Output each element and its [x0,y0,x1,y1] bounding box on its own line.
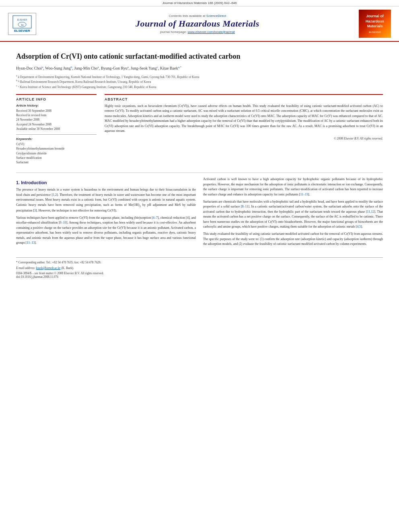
elsevier-logo: ELSEVIER  ELSEVIER [8,13,36,35]
contents-label: Contents lists available at [169,14,206,18]
sciencedirect-link[interactable]: ScienceDirect [206,14,226,18]
journal-header: ELSEVIER  ELSEVIER Contents lists avail… [0,6,399,42]
keyword-3: Cetylpyridinium chloride [16,151,97,156]
doi-line: doi:10.1016/j.jhazmat.2008.11.076 [16,275,383,279]
abstract-panel: ABSTRACT Highly toxic oxyanions, such as… [105,94,383,168]
keywords-label: Keywords: [16,137,97,141]
svg-text::  [21,24,23,26]
keyword-2: Hexadecyltrimethylammonium bromide [16,146,97,151]
accepted-date: Accepted 24 November 2008 [16,122,97,127]
homepage-label: journal homepage: [160,30,187,34]
keyword-5: Surfactant [16,160,97,164]
copyright-line: © 2008 Elsevier B.V. All rights reserved… [105,137,383,140]
affiliation-b: b ᵇ Railroad Environment Research Depart… [16,79,383,84]
homepage-link[interactable]: www.elsevier.com/locate/jhazmat [188,30,235,34]
corresponding-note: * Corresponding author. Tel.: +82 54 478… [16,260,383,265]
intro-section-title: 1. Introduction [16,180,196,185]
journal-citation: Journal of Hazardous Materials 166 (2009… [162,1,237,5]
received-date: Received 30 September 2008 [16,109,97,113]
main-content: Adsorption of Cr(VI) onto cationic surfa… [0,42,399,285]
abstract-text: Highly toxic oxyanions, such as hexavale… [105,104,383,134]
issn-line: 0304-3894/$ – see front matter © 2008 El… [16,271,383,275]
body-two-col: 1. Introduction The presence of heavy me… [16,177,383,249]
available-date: Available online 30 November 2008 [16,127,97,131]
journal-title: Journal of Hazardous Materials [36,18,359,29]
body-divider [16,173,383,173]
received-revised-date: 24 November 2008 [16,117,97,122]
affiliation-c: c ᶜ Korea Institute of Science and Techn… [16,84,383,89]
history-label: Article history: [16,104,97,107]
info-divider [16,134,97,135]
header-left: ELSEVIER  ELSEVIER [8,13,36,35]
intro-para-2: Various techniques have been applied to … [16,216,196,245]
affiliations: a à Department of Environment Engineerin… [16,74,383,89]
journal-cover-image: Journal of Hazardous Materials ELSEVIER [359,10,391,38]
info-abstract-section: ARTICLE INFO Article history: Received 3… [16,94,383,168]
elsevier-wordmark: ELSEVIER [14,29,30,33]
keyword-4: Surface-modification [16,156,97,160]
right-para-2: Surfactants are chemicals that have mole… [203,199,383,229]
right-para-1: Activated carbon is well known to have a… [203,177,383,197]
authors-line: Hyun-Doc Choia, Woo-Sung Jungb, Jung-Min… [16,65,383,71]
article-title: Adsorption of Cr(VI) onto cationic surfa… [16,52,383,61]
journal-citation-bar: Journal of Hazardous Materials 166 (2009… [0,0,399,6]
received-revised-label: Received in revised form [16,113,97,117]
right-para-3: This study evaluated the feasibility of … [203,232,383,246]
svg-rect-0 [13,16,31,28]
journal-homepage: journal homepage: www.elsevier.com/locat… [36,30,359,34]
article-history: Article history: Received 30 September 2… [16,104,97,131]
header-center: Contents lists available at ScienceDirec… [36,14,359,34]
email-link[interactable]: ktaek@kumoh.ac.kr [36,266,61,270]
keywords-section: Keywords: Cr(VI) Hexadecyltrimethylammon… [16,137,97,164]
abstract-title: ABSTRACT [105,97,383,101]
affiliation-a: a à Department of Environment Engineerin… [16,74,383,79]
email-line: E-mail address: ktaek@kumoh.ac.kr (K. Ba… [16,266,383,270]
keyword-1: Cr(VI) [16,142,97,146]
left-column: 1. Introduction The presence of heavy me… [16,177,196,249]
contents-line: Contents lists available at ScienceDirec… [36,14,359,18]
intro-para-1: The presence of heavy metals in a water … [16,187,196,213]
article-info-title: ARTICLE INFO [16,97,97,101]
article-info-panel: ARTICLE INFO Article history: Received 3… [16,94,97,168]
footer-area: * Corresponding author. Tel.: +82 54 478… [16,257,383,279]
right-column: Activated carbon is well known to have a… [203,177,383,249]
svg-text:ELSEVIER: ELSEVIER [17,18,27,21]
